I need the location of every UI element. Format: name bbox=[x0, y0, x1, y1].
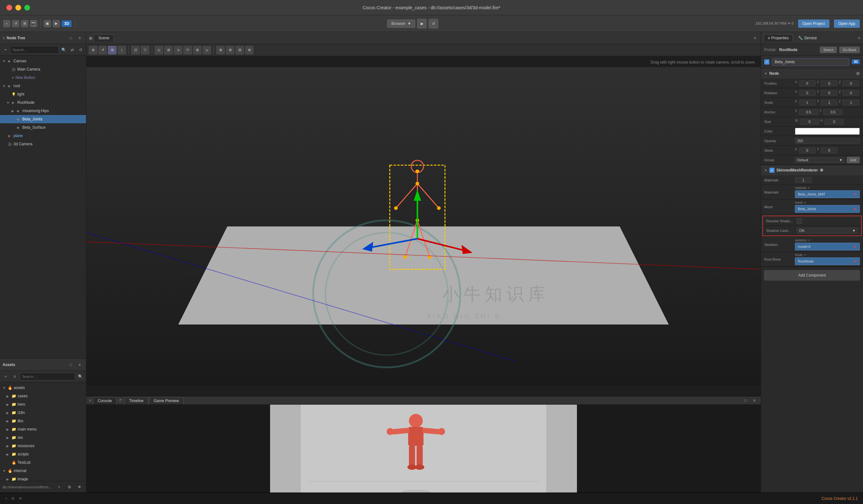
skeleton-ref-field[interactable]: model-0 ✕ bbox=[795, 243, 860, 250]
close-button[interactable] bbox=[7, 5, 12, 11]
node-name-input[interactable] bbox=[772, 58, 849, 66]
assets-settings-status[interactable]: ⚙ bbox=[65, 483, 73, 491]
skeleton-remove-button[interactable]: ✕ bbox=[853, 244, 857, 249]
scene-menu-button[interactable]: ≡ bbox=[752, 35, 758, 41]
refresh-icon[interactable]: ↺ bbox=[12, 20, 19, 27]
materials-ref-field[interactable]: Beta_Joints_MAT ✕ bbox=[795, 190, 860, 198]
materials-remove-button[interactable]: ✕ bbox=[853, 192, 857, 197]
distribute-v[interactable]: ⊞ bbox=[226, 46, 234, 54]
transform-move[interactable]: ⊕ bbox=[89, 46, 97, 54]
asset-item-internal[interactable]: ▼ 🔥 internal bbox=[0, 467, 86, 475]
tree-item-beta-surface[interactable]: ◈ Beta_Surface bbox=[0, 123, 86, 132]
transform-rect[interactable]: | bbox=[117, 46, 126, 54]
match-width[interactable]: ⊞ bbox=[236, 46, 244, 54]
bottom-menu-btn[interactable]: ≡ bbox=[750, 397, 758, 404]
camera-icon[interactable]: 📷 bbox=[30, 20, 37, 27]
search-button[interactable]: 🔍 bbox=[60, 46, 67, 54]
console-tab[interactable]: Console bbox=[93, 397, 117, 404]
asset-item-main-menu[interactable]: ▶ 📁 main menu bbox=[0, 425, 86, 434]
grid-icon[interactable]: ⊞ bbox=[21, 20, 28, 27]
asset-item-cases[interactable]: ▶ 📁 cases bbox=[0, 392, 86, 400]
tree-item-main-camera[interactable]: 🎥 Main Camera bbox=[0, 65, 86, 74]
scale-y[interactable]: 1 bbox=[821, 100, 837, 105]
size-w[interactable]: 0 bbox=[800, 119, 819, 125]
asset-item-scripts[interactable]: ▶ 📁 scripts bbox=[0, 450, 86, 458]
bottom-expand-btn[interactable]: □ bbox=[741, 397, 749, 404]
tree-item-plane[interactable]: ◈ plane bbox=[0, 132, 86, 140]
node-tree-search[interactable] bbox=[10, 46, 59, 54]
align-center[interactable]: ⊞ bbox=[164, 46, 173, 54]
scale-z[interactable]: 1 bbox=[842, 100, 859, 105]
node-gear-icon[interactable]: ⚙ bbox=[856, 71, 860, 76]
distribute-h[interactable]: ⊞ bbox=[216, 46, 225, 54]
refresh-button[interactable]: ↺ bbox=[429, 19, 438, 28]
timeline-tab[interactable]: Timeline bbox=[124, 397, 148, 404]
asset-item-assets[interactable]: ▼ 🔥 assets bbox=[0, 384, 86, 392]
node-tree-menu[interactable]: ≡ bbox=[76, 34, 84, 42]
asset-item-testlist[interactable]: 🔥 TestList bbox=[0, 458, 86, 467]
anchor-x[interactable]: 0.5 bbox=[799, 109, 818, 115]
asset-item-resources[interactable]: ▶ 📁 resources bbox=[0, 442, 86, 450]
tree-item-canvas[interactable]: ▼ ◈ Canvas bbox=[0, 57, 86, 65]
assets-eye-status[interactable]: 👁 bbox=[76, 483, 84, 491]
rotation-y[interactable]: 0 bbox=[821, 90, 837, 96]
rotation-x[interactable]: 0 bbox=[799, 90, 816, 96]
align-middle[interactable]: ⊞ bbox=[193, 46, 201, 54]
add-icon[interactable]: + bbox=[3, 20, 10, 27]
open-app-button[interactable]: Open App bbox=[834, 20, 860, 28]
rotation-z[interactable]: 0 bbox=[842, 90, 859, 96]
transform-rotate[interactable]: ↺ bbox=[98, 46, 107, 54]
asset-item-image[interactable]: ▶ 📁 image bbox=[0, 475, 86, 481]
sort-button[interactable]: ≡ bbox=[11, 373, 18, 380]
node-tree-expand[interactable]: □ bbox=[67, 34, 74, 42]
status-icon-2[interactable]: ⚙ bbox=[11, 496, 15, 501]
position-z[interactable]: 0 bbox=[842, 80, 859, 86]
smr-header[interactable]: ▼ ✓ SkinnedMeshRenderer ⚙ bbox=[761, 165, 863, 175]
game-preview-content[interactable] bbox=[86, 405, 761, 501]
assets-expand[interactable]: □ bbox=[67, 361, 74, 369]
node-section-header[interactable]: ▼ Node ⚙ bbox=[761, 68, 863, 79]
transform-scale[interactable]: ⊞ bbox=[108, 46, 116, 54]
prefab-goback-button[interactable]: Go Back bbox=[839, 47, 860, 53]
play-icon[interactable]: ▶ bbox=[53, 20, 60, 27]
color-picker[interactable] bbox=[795, 128, 860, 135]
asset-item-i18n[interactable]: ▶ 📁 i18n bbox=[0, 409, 86, 417]
tree-item-rootnode[interactable]: ▼ ◈ RootNode bbox=[0, 99, 86, 107]
shadow-casting-dropdown[interactable]: ON ▼ bbox=[797, 228, 858, 233]
receive-shadow-checkbox[interactable] bbox=[797, 218, 802, 223]
prefab-select-button[interactable]: Select bbox=[820, 47, 837, 53]
assets-search-button[interactable]: 🔍 bbox=[76, 373, 84, 380]
add-component-button[interactable]: Add Component bbox=[764, 270, 860, 281]
asset-item-res[interactable]: ▶ 📁 res bbox=[0, 434, 86, 442]
refresh-nodes-button[interactable]: ↺ bbox=[77, 46, 84, 54]
mesh-remove-button[interactable]: ✕ bbox=[853, 206, 857, 211]
node-checkbox[interactable]: ✓ bbox=[764, 60, 770, 65]
anchor-y[interactable]: 0.5 bbox=[823, 109, 842, 115]
scale-x[interactable]: 1 bbox=[799, 100, 816, 105]
tree-item-light[interactable]: 💡 light bbox=[0, 90, 86, 99]
add-node-button[interactable]: + bbox=[2, 46, 9, 54]
status-icon-1[interactable]: + bbox=[5, 496, 7, 501]
align-right[interactable]: ⊐ bbox=[174, 46, 182, 54]
game-preview-tab[interactable]: Game Preview bbox=[149, 397, 184, 404]
scene-tab[interactable]: Scene bbox=[93, 34, 114, 41]
properties-tab[interactable]: ≡ Properties bbox=[764, 34, 793, 41]
tree-item-3d-camera[interactable]: 🎥 3d Camera bbox=[0, 140, 86, 148]
assets-search[interactable] bbox=[20, 373, 75, 380]
scene-icon[interactable]: ▣ bbox=[44, 20, 51, 27]
size-h[interactable]: 0 bbox=[825, 119, 844, 125]
materials-count-input[interactable]: 1 bbox=[795, 177, 812, 183]
asset-item-libs[interactable]: ▶ 📁 libs bbox=[0, 417, 86, 425]
assets-add-status[interactable]: + bbox=[55, 483, 63, 491]
tree-item-hips[interactable]: ▶ ◈ mixamorig:Hips bbox=[0, 107, 86, 115]
position-x[interactable]: 0 bbox=[799, 80, 816, 86]
match-height[interactable]: ⊞ bbox=[245, 46, 253, 54]
local-btn[interactable]: ▽ bbox=[141, 46, 149, 54]
align-bottom[interactable]: ⊔ bbox=[203, 46, 211, 54]
root-bone-remove-button[interactable]: ✕ bbox=[853, 259, 857, 264]
tree-item-beta-joints[interactable]: ◈ Beta_Joints bbox=[0, 115, 86, 123]
align-left[interactable]: ⊏ bbox=[155, 46, 163, 54]
play-button[interactable]: ▶ bbox=[417, 19, 427, 28]
position-y[interactable]: 0 bbox=[821, 80, 837, 86]
smr-checkbox[interactable]: ✓ bbox=[770, 168, 774, 173]
